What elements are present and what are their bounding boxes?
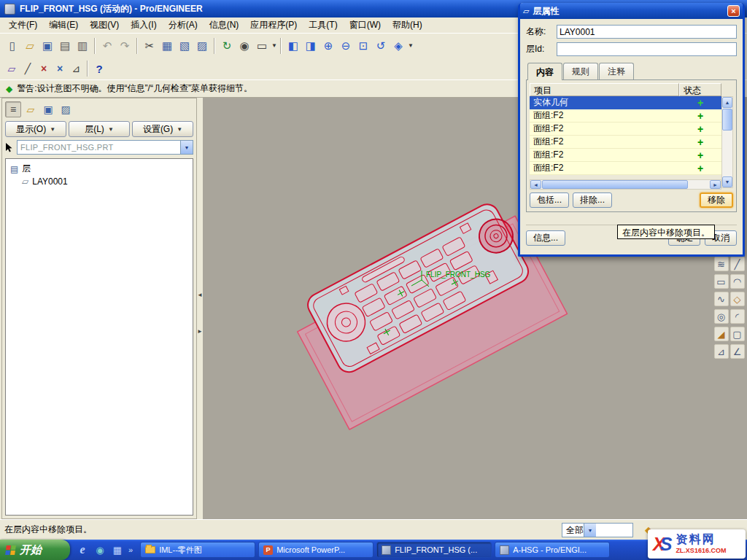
show-layer-tree-icon[interactable]: ≡ [5,101,21,117]
revolve-tool-icon[interactable]: ◠ [730,274,745,289]
internet-explorer-icon[interactable]: e [76,543,89,556]
copy-icon[interactable]: ▦ [158,37,176,55]
menu-applications[interactable]: 应用程序(P) [244,18,303,33]
paste-special-icon[interactable]: ▨ [193,37,211,55]
zoom-fit-icon[interactable]: ⊡ [355,37,372,55]
menu-help[interactable]: 帮助(H) [387,18,428,33]
draft-tool-icon[interactable]: ∠ [730,344,745,359]
redo-icon[interactable]: ↷ [116,37,133,55]
table-row[interactable]: 面组:F2 + [530,162,721,175]
saved-views-caret-icon[interactable]: ▼ [408,42,414,49]
info-button[interactable]: 信息... [526,230,565,246]
menu-info[interactable]: 信息(N) [204,18,245,33]
extrude-tool-icon[interactable]: ▭ [714,274,729,289]
display-style-icon[interactable]: ◨ [302,37,320,55]
layer-folder-icon[interactable]: ▱ [23,101,39,117]
tab-rules[interactable]: 规则 [563,63,598,80]
datum-plane-icon[interactable]: ▱ [4,61,20,77]
horizontal-scrollbar[interactable]: ◄ ► [530,179,721,190]
menu-tools[interactable]: 工具(T) [303,18,343,33]
zoom-in-icon[interactable]: ⊕ [320,37,337,55]
open-file-icon[interactable]: ▱ [21,37,39,55]
taskbar-task-proe-2[interactable]: A-HSG - Pro/ENGI... [495,542,610,558]
window-activate-icon[interactable]: ◧ [285,37,302,55]
include-button[interactable]: 包括... [530,192,569,208]
undo-icon[interactable]: ↶ [98,37,116,55]
context-help-icon[interactable]: ? [91,61,107,77]
sketch-tool-icon[interactable]: ╱ [730,257,745,271]
save-icon[interactable]: ▣ [39,37,56,55]
model-selector-row: FLIP_FRONT_HSG.PRT ▼ [2,139,196,156]
table-row[interactable]: 面组:F2 + [530,109,721,122]
settings-dropdown-button[interactable]: 设置(G)▼ [132,121,193,137]
taskbar-task-folder[interactable]: IML--零件图 [140,542,255,558]
remove-button[interactable]: 移除 [700,192,733,208]
layer-tree-root[interactable]: ▤ 层 [7,162,191,176]
selection-filter-caret-icon[interactable]: ▼ [271,42,277,49]
print-icon[interactable]: ▤ [56,37,74,55]
scrollbar-thumb[interactable] [542,180,688,189]
quick-launch-overflow-icon[interactable]: » [128,545,133,554]
close-icon[interactable]: × [727,5,740,17]
expand-panel-icon[interactable]: ► [197,325,203,337]
show-desktop-icon[interactable]: ▦ [111,543,124,556]
blend-tool-icon[interactable]: ◇ [730,292,745,306]
vertical-scrollbar[interactable]: ▲ ▼ [721,96,733,188]
selection-filter-icon[interactable]: ▭ [253,37,271,55]
shell-tool-icon[interactable]: ▢ [730,327,745,341]
menu-window[interactable]: 窗口(W) [344,18,387,33]
chamfer-tool-icon[interactable]: ◢ [714,327,729,341]
datum-axis-icon[interactable]: ╱ [20,61,36,77]
table-row[interactable]: 面组:F2 + [530,136,721,149]
menu-view[interactable]: 视图(V) [84,18,125,33]
style-tool-icon[interactable]: ≋ [714,257,729,271]
tab-contents[interactable]: 内容 [527,63,562,80]
active-model-select[interactable]: FLIP_FRONT_HSG.PRT ▼ [17,140,193,155]
scroll-right-icon[interactable]: ► [710,180,721,189]
scrollbar-thumb[interactable] [722,109,732,131]
start-button[interactable]: 开始 [0,540,70,560]
panel-splitter[interactable]: ◄ ► [197,98,203,519]
datum-point-tag-icon[interactable]: × [52,61,68,77]
show-dropdown-button[interactable]: 显示(O)▼ [5,121,66,137]
zoom-out-icon[interactable]: ⊖ [337,37,355,55]
menu-file[interactable]: 文件(F) [3,18,43,33]
hole-tool-icon[interactable]: ◎ [714,309,729,324]
reorient-view-icon[interactable]: ◈ [390,37,407,55]
layer-id-field[interactable] [557,42,737,56]
scroll-down-icon[interactable]: ▼ [722,176,732,187]
paste-icon[interactable]: ▧ [176,37,193,55]
collapse-panel-icon[interactable]: ◄ [197,289,203,300]
rib-tool-icon[interactable]: ⊿ [714,344,729,359]
table-row[interactable]: 实体几何 + [530,96,721,109]
datum-csys-icon[interactable]: ⊿ [68,61,84,77]
new-layer-icon[interactable]: ▣ [40,101,56,117]
scroll-left-icon[interactable]: ◄ [530,180,541,189]
scroll-up-icon[interactable]: ▲ [722,97,732,108]
menu-insert[interactable]: 插入(I) [125,18,162,33]
display-filter-select[interactable]: 全部 ▼ [562,523,633,537]
tab-notes[interactable]: 注释 [599,63,634,80]
layer-name-field[interactable] [557,25,737,39]
datum-point-icon[interactable]: × [36,61,52,77]
exclude-button[interactable]: 排除... [573,192,612,208]
menu-edit[interactable]: 编辑(E) [43,18,84,33]
layer-tree-item[interactable]: ▱ LAY0001 [19,176,191,187]
table-row[interactable]: 面组:F2 + [530,149,721,162]
layer-dropdown-button[interactable]: 层(L)▼ [69,121,130,137]
search-icon[interactable]: ◉ [236,37,253,55]
cut-icon[interactable]: ✂ [141,37,158,55]
media-player-icon[interactable]: ◉ [93,543,107,556]
sweep-tool-icon[interactable]: ∿ [714,292,729,306]
dialog-titlebar[interactable]: ▱ 层属性 × [520,3,743,19]
print-preview-icon[interactable]: ▥ [74,37,91,55]
edit-layers-icon[interactable]: ▨ [58,101,74,117]
table-row[interactable]: 面组:F2 + [530,122,721,136]
regenerate-icon[interactable]: ↻ [218,37,236,55]
repaint-icon[interactable]: ↺ [372,37,390,55]
round-tool-icon[interactable]: ◜ [730,309,745,324]
menu-analysis[interactable]: 分析(A) [163,18,204,33]
taskbar-task-powerpoint[interactable]: P Microsoft PowerP... [258,542,374,558]
new-file-icon[interactable]: ▯ [4,37,21,55]
taskbar-task-proe-active[interactable]: FLIP_FRONT_HSG (... [376,542,492,558]
